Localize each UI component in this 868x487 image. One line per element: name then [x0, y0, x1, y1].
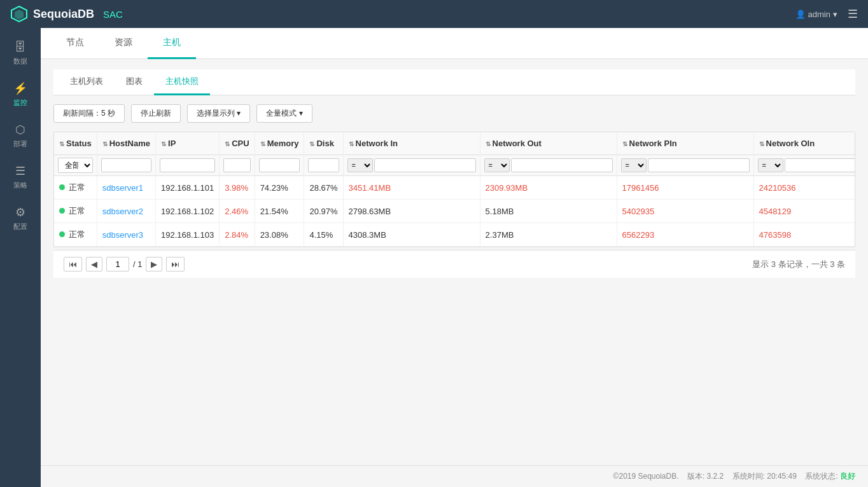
sub-tab-bar: 主机列表 图表 主机快照 — [53, 69, 855, 95]
sidebar-item-strategy-label: 策略 — [13, 181, 27, 190]
sidebar-item-deploy[interactable]: ⬡ 部署 — [0, 116, 41, 155]
cell-hostname[interactable]: sdbserver1 — [97, 176, 155, 200]
prev-page-button[interactable]: ◀ — [86, 257, 102, 271]
col-network-oin[interactable]: ⇅Network OIn — [753, 132, 855, 155]
col-status[interactable]: ⇅Status — [54, 132, 97, 155]
col-memory[interactable]: ⇅Memory — [255, 132, 304, 155]
cell-network-in: 3451.41MB — [343, 176, 480, 200]
status-dot — [59, 231, 65, 237]
monitor-icon: ⚡ — [13, 81, 27, 95]
cell-memory: 23.08% — [255, 223, 304, 247]
sidebar-item-data[interactable]: 🗄 数据 — [0, 34, 41, 72]
filter-hostname-input[interactable] — [101, 158, 151, 172]
filter-status-select[interactable]: 全部 正常 异常 — [58, 158, 93, 173]
status-text: 正常 — [69, 230, 85, 239]
cell-disk: 20.97% — [304, 200, 343, 223]
table-row: 正常sdbserver2192.168.1.1022.46%21.54%20.9… — [54, 200, 855, 223]
sidebar-item-monitor[interactable]: ⚡ 监控 — [0, 75, 41, 114]
filter-cpu-cell[interactable] — [220, 155, 255, 176]
cell-ip: 192.168.1.101 — [156, 176, 220, 200]
sub-tab-host-snapshot[interactable]: 主机快照 — [154, 69, 210, 95]
filter-network-oin-op[interactable]: = — [758, 158, 783, 172]
hostname-link[interactable]: sdbserver2 — [102, 207, 143, 216]
cell-ip: 192.168.1.102 — [156, 200, 220, 223]
cell-memory: 74.23% — [255, 176, 304, 200]
select-columns-button[interactable]: 选择显示列 ▾ — [187, 104, 250, 123]
data-table-wrapper: ⇅Status ⇅HostName ⇅IP ⇅CPU ⇅Memory ⇅Disk… — [53, 132, 855, 247]
main-tab-bar: 节点 资源 主机 — [41, 28, 868, 59]
data-icon: 🗄 — [15, 41, 26, 54]
page-number-input[interactable] — [106, 257, 129, 271]
config-icon: ⚙ — [15, 205, 25, 219]
col-network-out[interactable]: ⇅Network Out — [480, 132, 617, 155]
stop-refresh-button[interactable]: 停止刷新 — [131, 104, 181, 123]
sidebar-item-deploy-label: 部署 — [13, 139, 27, 149]
svg-marker-1 — [15, 10, 24, 20]
first-page-button[interactable]: ⏮ — [64, 257, 82, 271]
filter-network-in-input[interactable] — [374, 158, 476, 172]
col-network-in[interactable]: ⇅Network In — [343, 132, 480, 155]
cell-disk: 4.15% — [304, 223, 343, 247]
filter-disk-input[interactable] — [308, 158, 339, 172]
filter-network-out-input[interactable] — [511, 158, 613, 172]
filter-disk-cell[interactable] — [304, 155, 343, 176]
strategy-icon: ☰ — [15, 164, 25, 178]
filter-ip-input[interactable] — [160, 158, 215, 172]
cell-network-out: 2309.93MB — [480, 176, 617, 200]
cell-hostname[interactable]: sdbserver3 — [97, 223, 155, 247]
logo-text: SequoiaDB — [33, 8, 94, 21]
hostname-link[interactable]: sdbserver3 — [102, 230, 143, 240]
filter-network-out-op[interactable]: = — [484, 158, 510, 172]
sub-tab-host-list[interactable]: 主机列表 — [59, 69, 115, 95]
sub-tab-chart[interactable]: 图表 — [115, 69, 154, 95]
filter-network-oin-input[interactable] — [785, 158, 855, 172]
filter-memory-input[interactable] — [259, 158, 300, 172]
cell-network-pin: 5402935 — [617, 200, 753, 223]
filter-network-pin-cell[interactable]: = — [617, 155, 753, 176]
cell-hostname[interactable]: sdbserver2 — [97, 200, 155, 223]
col-cpu[interactable]: ⇅CPU — [220, 132, 255, 155]
sidebar-item-config[interactable]: ⚙ 配置 — [0, 199, 41, 238]
tab-host[interactable]: 主机 — [148, 28, 196, 59]
filter-cpu-input[interactable] — [223, 158, 250, 172]
footer: ©2019 SequoiaDB. 版本: 3.2.2 系统时间: 20:45:4… — [41, 465, 868, 487]
filter-network-out-cell[interactable]: = — [480, 155, 617, 176]
cell-network-out: 5.18MB — [480, 200, 617, 223]
hostname-link[interactable]: sdbserver1 — [102, 183, 143, 193]
sidebar-item-monitor-label: 监控 — [13, 98, 27, 107]
sidebar: 🗄 数据 ⚡ 监控 ⬡ 部署 ☰ 策略 ⚙ 配置 — [0, 28, 41, 487]
cell-network-oin: 4548129 — [753, 200, 855, 223]
status-text: 正常 — [69, 182, 85, 192]
admin-button[interactable]: 👤 admin ▾ — [795, 10, 837, 19]
next-page-button[interactable]: ▶ — [146, 257, 162, 271]
filter-memory-cell[interactable] — [255, 155, 304, 176]
col-disk[interactable]: ⇅Disk — [304, 132, 343, 155]
copyright: ©2019 SequoiaDB. — [613, 472, 679, 481]
tab-node[interactable]: 节点 — [51, 28, 99, 59]
col-hostname[interactable]: ⇅HostName — [97, 132, 155, 155]
filter-ip-cell[interactable] — [156, 155, 220, 176]
cell-status: 正常 — [54, 176, 97, 200]
toolbar: 刷新间隔：5 秒 停止刷新 选择显示列 ▾ 全量模式 ▾ — [53, 104, 855, 123]
filter-network-in-op[interactable]: = — [347, 158, 373, 172]
filter-network-oin-cell[interactable]: = — [753, 155, 855, 176]
content-area: 主机列表 图表 主机快照 刷新间隔：5 秒 停止刷新 选择显示列 ▾ 全量模式 … — [41, 59, 868, 465]
table-header-row: ⇅Status ⇅HostName ⇅IP ⇅CPU ⇅Memory ⇅Disk… — [54, 132, 855, 155]
refresh-interval-button[interactable]: 刷新间隔：5 秒 — [53, 104, 125, 123]
last-page-button[interactable]: ⏭ — [166, 257, 185, 271]
col-ip[interactable]: ⇅IP — [156, 132, 220, 155]
tab-resource[interactable]: 资源 — [99, 28, 148, 59]
total-pages: / 1 — [133, 259, 142, 269]
col-network-pin[interactable]: ⇅Network PIn — [617, 132, 753, 155]
filter-status-cell[interactable]: 全部 正常 异常 — [54, 155, 97, 176]
sidebar-item-strategy[interactable]: ☰ 策略 — [0, 158, 41, 196]
cell-network-pin: 6562293 — [617, 223, 753, 247]
menu-icon[interactable]: ☰ — [848, 7, 858, 21]
filter-hostname-cell[interactable] — [97, 155, 155, 176]
filter-network-pin-op[interactable]: = — [621, 158, 647, 172]
full-mode-button[interactable]: 全量模式 ▾ — [256, 104, 312, 123]
header-right: 👤 admin ▾ ☰ — [795, 7, 858, 21]
sidebar-item-data-label: 数据 — [13, 57, 27, 66]
filter-network-pin-input[interactable] — [648, 158, 750, 172]
filter-network-in-cell[interactable]: = — [343, 155, 480, 176]
